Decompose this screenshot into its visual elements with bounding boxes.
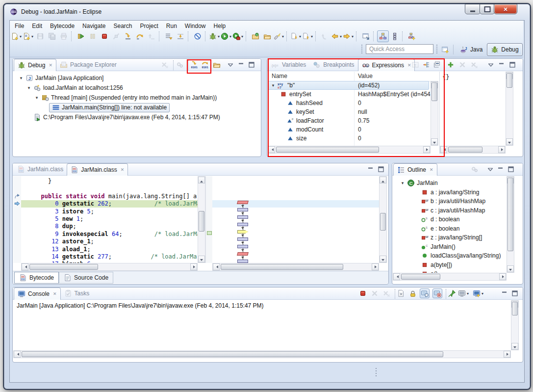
min-view-button[interactable] <box>366 164 376 174</box>
flow-graph-node[interactable] <box>237 223 248 226</box>
pin-console-button[interactable] <box>447 288 457 298</box>
menu-run[interactable]: Run <box>162 22 181 30</box>
min-view-button[interactable] <box>497 60 507 70</box>
scroll-down-icon[interactable] <box>507 265 514 272</box>
skip-all-breakpoints-button[interactable] <box>192 30 203 42</box>
add-expression-button[interactable] <box>446 60 456 70</box>
menu-edit[interactable]: Edit <box>28 22 46 30</box>
menu-file[interactable]: File <box>11 22 28 30</box>
title-bar[interactable]: Debug - load.JarMain - Eclipse <box>10 6 102 17</box>
vertical-scrollbar[interactable] <box>431 81 438 146</box>
tab-tasks[interactable]: Tasks <box>61 287 93 299</box>
flow-graph-node[interactable] <box>237 252 249 256</box>
scroll-right-icon[interactable] <box>499 273 506 280</box>
tree-twist-icon[interactable]: ▾ <box>34 95 39 100</box>
display-console-button[interactable]: ▾ <box>459 288 469 298</box>
expression-row[interactable]: keySetnull <box>268 107 430 116</box>
open-resource-button[interactable] <box>212 60 222 70</box>
scroll-left-icon[interactable] <box>268 146 275 153</box>
menu-help[interactable]: Help <box>210 22 230 30</box>
dropdown-arrow-icon[interactable]: ▾ <box>281 34 285 39</box>
clear-console-button[interactable] <box>396 288 406 298</box>
dropdown-arrow-icon[interactable]: ▾ <box>310 34 314 39</box>
menu-bytecode[interactable]: Bytecode <box>46 22 78 30</box>
outline-item[interactable]: CJarMain() <box>421 242 505 251</box>
run-button[interactable]: ▾ <box>221 30 232 42</box>
view-menu-button[interactable] <box>485 164 495 174</box>
remove-all-terminated-button[interactable] <box>381 288 391 298</box>
min-view-button[interactable] <box>500 288 509 298</box>
horizontal-scrollbar[interactable] <box>21 263 198 271</box>
scroll-right-icon[interactable] <box>423 146 430 153</box>
step-return-button[interactable] <box>146 30 157 42</box>
flow-graph-node[interactable] <box>237 208 248 211</box>
save-button[interactable] <box>34 30 46 42</box>
tree-twist-icon[interactable]: ▾ <box>400 181 405 185</box>
scroll-lock-button[interactable] <box>408 288 418 298</box>
scroll-thumb[interactable] <box>221 264 343 270</box>
tree-twist-icon[interactable]: ▾ <box>26 85 31 90</box>
outline-item[interactable]: a(byte[]) <box>421 261 505 269</box>
remove-launch-button[interactable] <box>370 288 380 298</box>
debug-tree-item[interactable]: ▾JJarMain [Java Application] <box>19 74 103 82</box>
overview-annotation-marker[interactable] <box>207 231 212 235</box>
debug-tree-item[interactable]: ▾Thread [main] (Suspended (entry into me… <box>34 93 217 102</box>
next-annotation-button[interactable]: ▾ <box>290 30 302 42</box>
expression-row[interactable]: ▾x+y=?"b"(id=452) <box>268 81 430 90</box>
horizontal-scrollbar[interactable] <box>13 350 511 358</box>
menu-search[interactable]: Search <box>109 22 136 30</box>
menu-project[interactable]: Project <box>136 22 162 30</box>
open-resource-button[interactable] <box>261 30 273 42</box>
debug-tree-item[interactable]: ▾load.JarMain at localhost:1256 <box>26 83 123 92</box>
tab-close-icon[interactable]: ✕ <box>430 167 433 172</box>
scroll-thumb[interactable] <box>22 351 443 357</box>
expression-row[interactable]: hashSeed0 <box>268 99 430 107</box>
flow-graph-node[interactable] <box>237 245 248 248</box>
max-view-button[interactable] <box>506 164 516 174</box>
debug-tree-item[interactable]: JarMain.main(String[]) line: not availab… <box>42 103 170 112</box>
new-java-item-button[interactable]: ▾ <box>23 30 34 42</box>
scroll-down-icon[interactable] <box>380 256 386 262</box>
use-step-filters-button[interactable] <box>163 30 175 42</box>
scroll-down-icon[interactable] <box>511 343 518 350</box>
basic-block-graph-button[interactable] <box>389 30 401 42</box>
expression-row[interactable]: ▷entrySetHashMap$EntrySet (id=454 <box>268 90 430 99</box>
scroll-left-icon[interactable] <box>393 273 400 280</box>
control-flow-graph-pane[interactable] <box>212 176 379 263</box>
vertical-scrollbar[interactable] <box>507 176 514 273</box>
save-all-button[interactable] <box>46 30 58 42</box>
resume-button[interactable] <box>75 30 87 42</box>
menu-window[interactable]: Window <box>181 22 210 30</box>
collapse-all-button[interactable] <box>432 60 442 70</box>
scroll-up-icon[interactable] <box>380 177 386 183</box>
control-flow-graph-button[interactable] <box>377 30 389 42</box>
quick-access-input[interactable] <box>366 44 433 54</box>
max-view-button[interactable] <box>247 60 256 70</box>
expression-row[interactable]: modCount0 <box>268 125 430 134</box>
outline-item[interactable]: Se : boolean <box>421 224 505 233</box>
terminate-button[interactable] <box>99 30 110 42</box>
scroll-thumb[interactable] <box>431 82 437 101</box>
scroll-thumb[interactable] <box>199 211 204 232</box>
debug-button[interactable]: ▾ <box>209 30 221 42</box>
max-view-button[interactable] <box>510 288 520 298</box>
menu-navigate[interactable]: Navigate <box>78 22 109 30</box>
perspective-debug-button[interactable]: Debug <box>487 43 522 56</box>
last-edit-location-button[interactable] <box>319 30 331 42</box>
terminate-button[interactable] <box>358 288 368 298</box>
min-view-button[interactable] <box>496 164 506 174</box>
forward-button[interactable]: ▾ <box>343 30 355 42</box>
bottom-tab-source-code[interactable]: Source Code <box>59 272 113 284</box>
back-button[interactable]: ▾ <box>331 30 343 42</box>
dropdown-arrow-icon[interactable]: ▾ <box>351 34 355 39</box>
filter-gears-button[interactable] <box>470 164 480 174</box>
scroll-right-icon[interactable] <box>372 263 379 270</box>
scroll-down-icon[interactable] <box>506 138 513 145</box>
open-perspective-button[interactable] <box>440 45 450 54</box>
filter-gears-button[interactable] <box>175 60 185 70</box>
tab-variables[interactable]: (x)=Variables <box>268 59 309 71</box>
window-minimize-button[interactable] <box>465 4 481 14</box>
remove-all-terminated-button[interactable] <box>160 60 170 70</box>
step-over-bytecode-button[interactable]: 0101 <box>200 60 210 70</box>
show-stderr-button[interactable] <box>432 288 442 298</box>
